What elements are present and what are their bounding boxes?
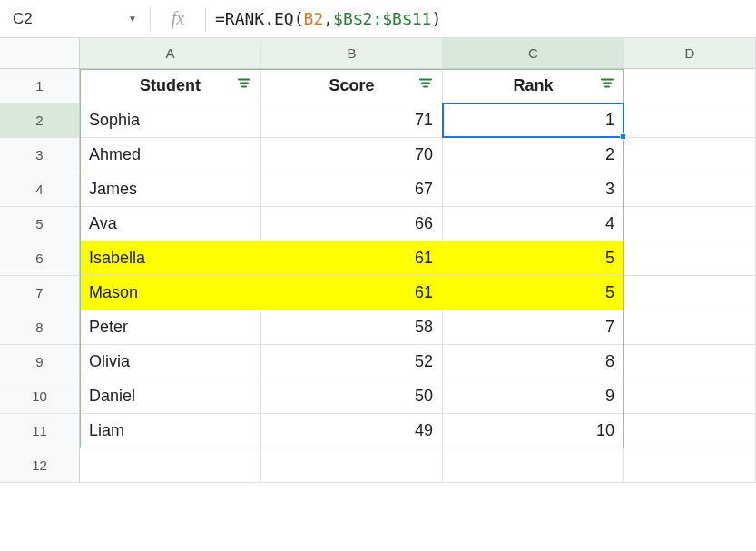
cell-c10[interactable]: 9 (443, 379, 624, 414)
cell-a12[interactable] (80, 448, 261, 483)
table-row: 5Ava664 (0, 207, 756, 241)
cell-a4-value: James (89, 180, 137, 199)
cell-d8[interactable] (624, 310, 756, 345)
cell-a6-value: Isabella (89, 249, 145, 268)
formula-input[interactable]: =RANK.EQ(B2,$B$2:$B$11) (206, 9, 756, 28)
cell-c9[interactable]: 8 (443, 345, 624, 379)
cell-a9-value: Olivia (89, 352, 130, 371)
cell-c2-value: 1 (605, 111, 614, 130)
row-header-9[interactable]: 9 (0, 345, 80, 379)
cell-c8[interactable]: 7 (443, 310, 624, 345)
filter-icon[interactable] (237, 76, 251, 95)
cell-b9[interactable]: 52 (261, 345, 443, 379)
filter-icon[interactable] (600, 76, 614, 95)
cell-a8[interactable]: Peter (80, 310, 261, 345)
cell-b5[interactable]: 66 (261, 207, 443, 241)
cell-d10[interactable] (624, 379, 756, 414)
data-rows: 2Sophia7113Ahmed7024James6735Ava6646Isab… (0, 103, 756, 448)
cell-a3[interactable]: Ahmed (80, 138, 261, 172)
cell-b11[interactable]: 49 (261, 414, 443, 448)
fx-icon[interactable]: fx (151, 8, 205, 29)
cell-c3[interactable]: 2 (443, 138, 624, 172)
cell-c11[interactable]: 10 (443, 414, 624, 448)
table-row: 6Isabella615 (0, 241, 756, 276)
cell-c2[interactable]: 1 (443, 103, 624, 138)
cell-c6[interactable]: 5 (443, 241, 624, 276)
cell-b6[interactable]: 61 (261, 241, 443, 276)
cell-d9[interactable] (624, 345, 756, 379)
row-header-7[interactable]: 7 (0, 276, 80, 310)
column-header-b[interactable]: B (261, 38, 443, 69)
cell-b10-value: 50 (415, 387, 433, 406)
row-header-5[interactable]: 5 (0, 207, 80, 241)
cell-d3[interactable] (624, 138, 756, 172)
cell-c4[interactable]: 3 (443, 172, 624, 207)
row-header-10[interactable]: 10 (0, 379, 80, 414)
cell-c12[interactable] (443, 448, 624, 483)
select-all-corner[interactable] (0, 38, 80, 69)
cell-b10[interactable]: 50 (261, 379, 443, 414)
cell-c5-value: 4 (605, 214, 614, 233)
cell-a10[interactable]: Daniel (80, 379, 261, 414)
cell-d5[interactable] (624, 207, 756, 241)
row-header-11[interactable]: 11 (0, 414, 80, 448)
column-header-c[interactable]: C (443, 38, 624, 69)
name-box[interactable]: C2 ▼ (0, 10, 150, 28)
cell-a6[interactable]: Isabella (80, 241, 261, 276)
table-row: 11Liam4910 (0, 414, 756, 448)
row-header-12[interactable]: 12 (0, 448, 80, 483)
column-header-row: A B C D (0, 38, 756, 69)
cell-d6[interactable] (624, 241, 756, 276)
cell-b7[interactable]: 61 (261, 276, 443, 310)
cell-b6-value: 61 (415, 249, 433, 268)
cell-d1[interactable] (624, 69, 756, 103)
column-header-a[interactable]: A (80, 38, 261, 69)
filter-icon[interactable] (418, 76, 433, 95)
cell-a5[interactable]: Ava (80, 207, 261, 241)
cell-a4[interactable]: James (80, 172, 261, 207)
name-box-value: C2 (13, 10, 33, 28)
cell-d7[interactable] (624, 276, 756, 310)
cell-a2[interactable]: Sophia (80, 103, 261, 138)
table-row: 2Sophia711 (0, 103, 756, 138)
row-header-8[interactable]: 8 (0, 310, 80, 345)
cell-a7[interactable]: Mason (80, 276, 261, 310)
cell-b4-value: 67 (415, 180, 433, 199)
cell-a11-value: Liam (89, 421, 124, 440)
cell-a7-value: Mason (89, 283, 138, 302)
cell-d11[interactable] (624, 414, 756, 448)
cell-b2-value: 71 (415, 111, 433, 130)
cell-b8[interactable]: 58 (261, 310, 443, 345)
cell-b3[interactable]: 70 (261, 138, 443, 172)
cell-a1[interactable]: Student (80, 69, 261, 103)
header-rank: Rank (513, 76, 553, 95)
row-number: 4 (35, 182, 43, 197)
row-header-4[interactable]: 4 (0, 172, 80, 207)
row-header-1[interactable]: 1 (0, 69, 80, 103)
cell-d4[interactable] (624, 172, 756, 207)
column-header-d[interactable]: D (624, 38, 756, 69)
cell-a11[interactable]: Liam (80, 414, 261, 448)
formula-ref2: $B$2:$B$11 (333, 9, 431, 28)
cell-b8-value: 58 (415, 318, 433, 337)
row-number: 1 (35, 78, 43, 93)
cell-c6-value: 5 (605, 249, 614, 268)
column-label: B (347, 45, 356, 61)
row-number: 11 (32, 423, 47, 438)
formula-comma: , (323, 9, 333, 28)
spreadsheet-grid[interactable]: A B C D 1 Student Score Rank 2Sophia7113… (0, 38, 756, 483)
chevron-down-icon[interactable]: ▼ (128, 14, 150, 24)
cell-c1[interactable]: Rank (443, 69, 624, 103)
cell-c5[interactable]: 4 (443, 207, 624, 241)
cell-b12[interactable] (261, 448, 443, 483)
row-header-2[interactable]: 2 (0, 103, 80, 138)
cell-b2[interactable]: 71 (261, 103, 443, 138)
row-header-3[interactable]: 3 (0, 138, 80, 172)
cell-c7[interactable]: 5 (443, 276, 624, 310)
cell-d2[interactable] (624, 103, 756, 138)
cell-a9[interactable]: Olivia (80, 345, 261, 379)
cell-b1[interactable]: Score (261, 69, 443, 103)
cell-d12[interactable] (624, 448, 756, 483)
row-header-6[interactable]: 6 (0, 241, 80, 276)
cell-b4[interactable]: 67 (261, 172, 443, 207)
